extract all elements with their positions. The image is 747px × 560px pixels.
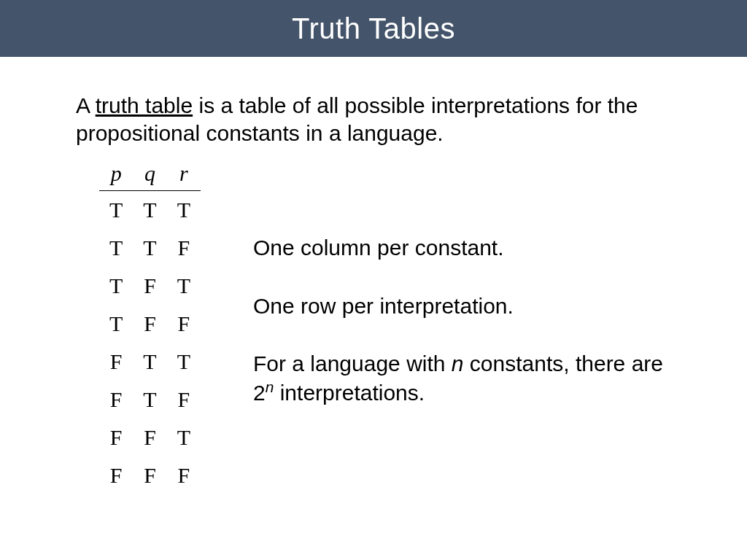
table-row: TFT (99, 267, 201, 305)
cell: F (133, 419, 166, 456)
slide-content: A truth table is a table of all possible… (0, 57, 747, 494)
note-count-n: n (452, 351, 464, 376)
table-row: FTF (99, 381, 201, 419)
table-row: FFT (99, 419, 201, 456)
cell: T (99, 191, 133, 230)
note-count: For a language with n constants, there a… (253, 350, 681, 406)
cell: T (99, 229, 133, 267)
cell: T (99, 305, 133, 343)
title-bar: Truth Tables (0, 0, 747, 57)
slide-title: Truth Tables (292, 12, 455, 45)
table-row: FFF (99, 456, 201, 494)
cell: T (133, 191, 166, 230)
body-row: p q r TTT TTF TFT TFF FTT FTF FFT FFF On… (76, 158, 681, 494)
col-header-q: q (133, 161, 166, 191)
cell: T (167, 343, 201, 381)
note-count-sup: n (266, 378, 274, 395)
table-row: FTT (99, 343, 201, 381)
note-column: One column per constant. (253, 234, 681, 262)
note-count-pre: For a language with (253, 351, 452, 376)
cell: T (167, 267, 201, 305)
cell: F (167, 456, 201, 494)
table-body: TTT TTF TFT TFF FTT FTF FFT FFF (99, 191, 201, 495)
col-header-p: p (99, 161, 133, 191)
note-row: One row per interpretation. (253, 292, 681, 320)
cell: T (133, 343, 166, 381)
table-header-row: p q r (99, 161, 201, 191)
cell: T (99, 267, 133, 305)
cell: F (99, 456, 133, 494)
table-row: TTT (99, 191, 201, 230)
cell: F (133, 267, 166, 305)
cell: T (133, 229, 166, 267)
cell: T (167, 191, 201, 230)
cell: F (167, 381, 201, 419)
intro-paragraph: A truth table is a table of all possible… (76, 92, 681, 147)
cell: F (167, 305, 201, 343)
col-header-r: r (167, 161, 201, 191)
cell: T (133, 381, 166, 419)
cell: F (167, 229, 201, 267)
cell: F (133, 305, 166, 343)
truth-table: p q r TTT TTF TFT TFF FTT FTF FFT FFF (99, 161, 201, 494)
table-row: TTF (99, 229, 201, 267)
cell: T (167, 419, 201, 456)
note-count-post: interpretations. (274, 381, 425, 405)
cell: F (133, 456, 166, 494)
intro-term: truth table (96, 93, 193, 117)
cell: F (99, 343, 133, 381)
table-row: TFF (99, 305, 201, 343)
notes: One column per constant. One row per int… (253, 234, 681, 437)
cell: F (99, 381, 133, 419)
intro-pre: A (76, 93, 96, 117)
cell: F (99, 419, 133, 456)
